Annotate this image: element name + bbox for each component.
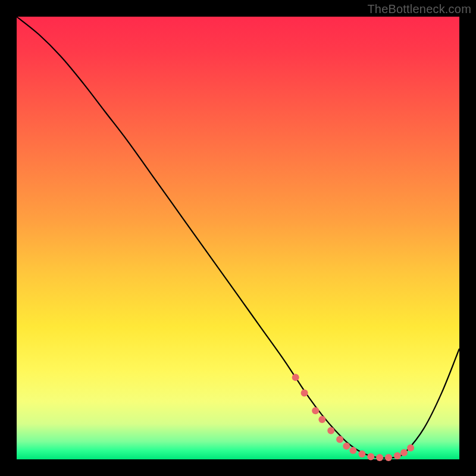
curve-marker bbox=[292, 374, 299, 381]
curve-marker bbox=[394, 452, 401, 459]
curve-marker bbox=[407, 444, 414, 452]
curve-marker bbox=[312, 407, 319, 414]
curve-line bbox=[17, 17, 459, 458]
curve-marker bbox=[343, 443, 350, 450]
curve-marker bbox=[318, 416, 325, 423]
curve-marker bbox=[376, 454, 383, 461]
bottleneck-curve bbox=[17, 17, 459, 459]
curve-marker bbox=[358, 450, 365, 458]
curve-marker bbox=[400, 449, 408, 456]
curve-marker bbox=[336, 436, 343, 443]
chart-frame: TheBottleneck.com bbox=[0, 0, 476, 476]
curve-marker bbox=[367, 453, 374, 461]
watermark-text: TheBottleneck.com bbox=[367, 2, 471, 16]
curve-marker bbox=[301, 389, 308, 396]
curve-markers bbox=[292, 374, 414, 461]
curve-marker bbox=[349, 447, 356, 454]
curve-marker bbox=[327, 427, 334, 434]
curve-marker bbox=[385, 454, 392, 461]
plot-area bbox=[17, 17, 459, 459]
